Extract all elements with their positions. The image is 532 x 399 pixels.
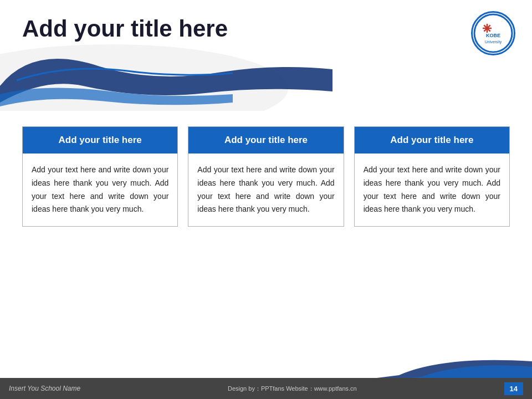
column-1-header: Add your title here <box>23 127 177 154</box>
logo-circle: KOBE University <box>471 11 515 55</box>
page-number: 14 <box>504 382 523 395</box>
column-1-body: Add your text here and write down your i… <box>23 154 177 226</box>
column-2-header-text: Add your title here <box>224 135 308 145</box>
column-1-body-text: Add your text here and write down your i… <box>32 163 168 216</box>
column-3-body-text: Add your text here and write down your i… <box>364 163 500 216</box>
svg-text:KOBE: KOBE <box>486 33 500 38</box>
column-2: Add your title here Add your text here a… <box>188 126 344 227</box>
slide: Add your title here KOBE University <box>0 0 532 399</box>
column-3-body: Add your text here and write down your i… <box>355 154 509 226</box>
column-2-header: Add your title here <box>188 127 343 154</box>
column-1-header-text: Add your title here <box>59 135 142 145</box>
column-3: Add your title here Add your text here a… <box>354 126 510 227</box>
svg-text:University: University <box>485 40 502 44</box>
column-2-body: Add your text here and write down your i… <box>188 154 343 226</box>
credit-text: Design by：PPTfans Website：www.pptfans.cn <box>228 385 357 393</box>
bottom-bar: Insert You School Name Design by：PPTfans… <box>0 378 532 399</box>
column-3-header-text: Add your title here <box>390 135 473 145</box>
column-1: Add your title here Add your text here a… <box>22 126 178 227</box>
school-name: Insert You School Name <box>9 385 80 392</box>
logo-area: KOBE University <box>471 11 515 55</box>
column-2-body-text: Add your text here and write down your i… <box>197 163 334 216</box>
bottom-decoration <box>377 345 532 378</box>
column-3-header: Add your title here <box>355 127 509 154</box>
main-title: Add your title here <box>22 16 228 42</box>
columns-container: Add your title here Add your text here a… <box>22 126 510 227</box>
